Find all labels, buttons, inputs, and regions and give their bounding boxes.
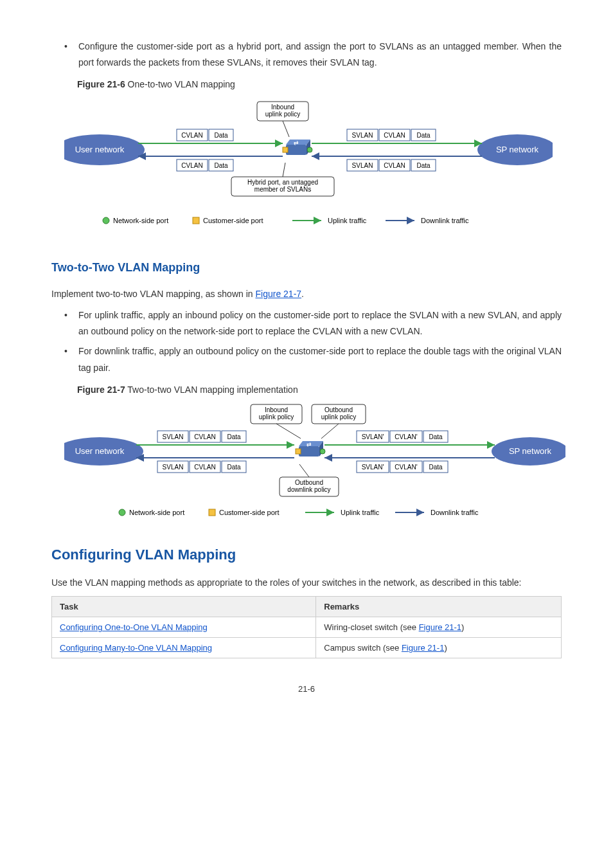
- vlan-mapping-table: Task Remarks Configuring One-to-One VLAN…: [51, 596, 562, 658]
- svg-line-94: [299, 464, 309, 477]
- svg-text:Data: Data: [416, 161, 431, 168]
- svg-text:Downlink traffic: Downlink traffic: [431, 509, 479, 516]
- figure-21-7-label: Figure 21-7: [77, 384, 125, 395]
- link-one-to-one[interactable]: Configuring One-to-One VLAN Mapping: [60, 622, 208, 632]
- svg-text:CVLAN: CVLAN: [384, 161, 405, 168]
- configuring-intro: Use the VLAN mapping methods as appropri…: [51, 575, 562, 591]
- two-to-two-intro: Implement two-to-two VLAN mapping, as sh…: [51, 286, 562, 302]
- svg-text:Data: Data: [227, 464, 241, 471]
- svg-point-95: [119, 509, 125, 516]
- figure-21-6-title: One-to-two VLAN mapping: [128, 79, 235, 89]
- svg-text:Outbounduplink policy: Outbounduplink policy: [321, 406, 356, 420]
- bullet-uplink-policy: For uplink traffic, apply an inbound pol…: [64, 307, 562, 339]
- two-to-two-bullets: For uplink traffic, apply an inbound pol…: [51, 307, 562, 376]
- remarks-one-to-one: Wiring-closet switch (see Figure 21-1): [316, 617, 562, 638]
- svg-rect-42: [193, 217, 199, 224]
- svg-text:User network: User network: [75, 446, 125, 456]
- svg-text:CVLAN: CVLAN: [384, 131, 405, 138]
- svg-text:CVLAN: CVLAN: [181, 131, 202, 138]
- svg-text:Network-side port: Network-side port: [129, 509, 184, 516]
- svg-text:SVLAN': SVLAN': [362, 433, 384, 440]
- link-many-to-one[interactable]: Configuring Many-to-One VLAN Mapping: [60, 643, 212, 653]
- link-figure-21-7[interactable]: Figure 21-7: [255, 289, 301, 299]
- svg-text:⇄: ⇄: [294, 140, 299, 146]
- svg-line-2: [283, 121, 289, 137]
- svg-text:Data: Data: [429, 464, 443, 471]
- figure-21-7-title: Two-to-two VLAN mapping implementation: [127, 384, 298, 395]
- svg-text:Data: Data: [214, 131, 228, 138]
- svg-text:CVLAN': CVLAN': [395, 433, 417, 440]
- svg-text:User network: User network: [75, 145, 125, 154]
- svg-text:Data: Data: [227, 433, 241, 440]
- figure-21-6-label: Figure 21-6: [77, 79, 125, 89]
- svg-text:CVLAN: CVLAN: [194, 433, 215, 440]
- link-fig-21-1-b[interactable]: Figure 21-1: [402, 643, 444, 653]
- figure-21-7-caption: Figure 21-7 Two-to-two VLAN mapping impl…: [77, 383, 562, 397]
- svg-text:⇄: ⇄: [306, 441, 312, 448]
- th-task: Task: [52, 597, 316, 617]
- intro-bullets: Configure the customer-side port as a hy…: [51, 39, 562, 71]
- svg-text:Customer-side port: Customer-side port: [219, 509, 280, 516]
- svg-line-39: [283, 163, 285, 177]
- svg-point-12: [307, 147, 312, 152]
- svg-text:SVLAN: SVLAN: [352, 161, 373, 168]
- link-fig-21-1-a[interactable]: Figure 21-1: [419, 622, 461, 632]
- svg-text:Uplink traffic: Uplink traffic: [341, 509, 380, 516]
- svg-text:Customer-side port: Customer-side port: [203, 217, 263, 224]
- svg-text:CVLAN: CVLAN: [194, 464, 215, 471]
- svg-point-63: [320, 449, 325, 454]
- table-row: Configuring One-to-One VLAN Mapping Wiri…: [52, 617, 562, 638]
- svg-point-40: [103, 217, 109, 224]
- remarks-many-to-one: Campus switch (see Figure 21-1): [316, 638, 562, 658]
- svg-text:Uplink traffic: Uplink traffic: [328, 217, 367, 224]
- svg-text:Downlink traffic: Downlink traffic: [421, 217, 469, 224]
- svg-text:SVLAN: SVLAN: [163, 433, 184, 440]
- heading-two-to-two: Two-to-Two VLAN Mapping: [51, 261, 562, 275]
- svg-rect-58: [299, 446, 319, 457]
- svg-text:SP network: SP network: [509, 446, 552, 456]
- svg-text:SVLAN: SVLAN: [352, 131, 373, 138]
- svg-line-50: [276, 424, 301, 439]
- svg-text:Network-side port: Network-side port: [113, 217, 168, 224]
- svg-text:SP network: SP network: [496, 145, 539, 154]
- svg-rect-97: [209, 509, 215, 516]
- heading-configuring: Configuring VLAN Mapping: [51, 547, 562, 563]
- svg-text:CVLAN': CVLAN': [395, 464, 417, 471]
- figure-21-7-diagram: Inbounduplink policy Outbounduplink poli…: [64, 403, 562, 527]
- svg-text:SVLAN': SVLAN': [362, 464, 384, 471]
- svg-text:Data: Data: [416, 131, 431, 138]
- svg-text:SVLAN: SVLAN: [163, 464, 184, 471]
- svg-text:CVLAN: CVLAN: [181, 161, 202, 168]
- svg-rect-7: [286, 145, 306, 155]
- bullet-downlink-policy: For downlink traffic, apply an outbound …: [64, 343, 562, 375]
- svg-line-53: [321, 424, 339, 439]
- svg-rect-62: [296, 449, 301, 454]
- svg-text:Data: Data: [214, 161, 228, 168]
- svg-text:Data: Data: [429, 433, 443, 440]
- table-row: Configuring Many-to-One VLAN Mapping Cam…: [52, 638, 562, 658]
- svg-rect-11: [283, 147, 288, 152]
- th-remarks: Remarks: [316, 597, 562, 617]
- figure-21-6-diagram: Inbounduplink policy User network SP net…: [64, 98, 562, 242]
- svg-text:Hybrid port, an untaggedmember: Hybrid port, an untaggedmember of SVLANs: [247, 179, 318, 193]
- page-number: 21-6: [51, 684, 562, 694]
- figure-21-6-caption: Figure 21-6 One-to-two VLAN mapping: [77, 77, 562, 91]
- bullet-hybrid-port: Configure the customer-side port as a hy…: [64, 39, 562, 71]
